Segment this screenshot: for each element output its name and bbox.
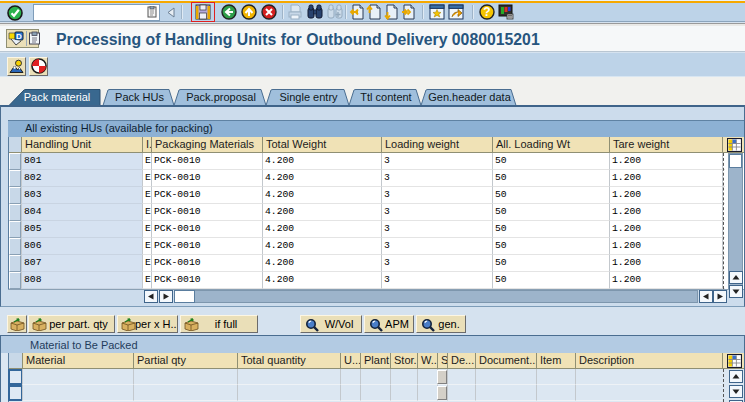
svg-text:Pack.proposal: Pack.proposal bbox=[186, 91, 256, 103]
svg-text:Pack HUs: Pack HUs bbox=[115, 91, 164, 103]
svg-text:?: ? bbox=[483, 5, 490, 19]
svg-text:Pack material: Pack material bbox=[24, 91, 91, 103]
svg-text:D: D bbox=[16, 32, 22, 41]
svg-text:Single entry: Single entry bbox=[279, 91, 338, 103]
svg-text:Gen.header data: Gen.header data bbox=[428, 91, 511, 103]
svg-text:Ttl content: Ttl content bbox=[360, 91, 411, 103]
